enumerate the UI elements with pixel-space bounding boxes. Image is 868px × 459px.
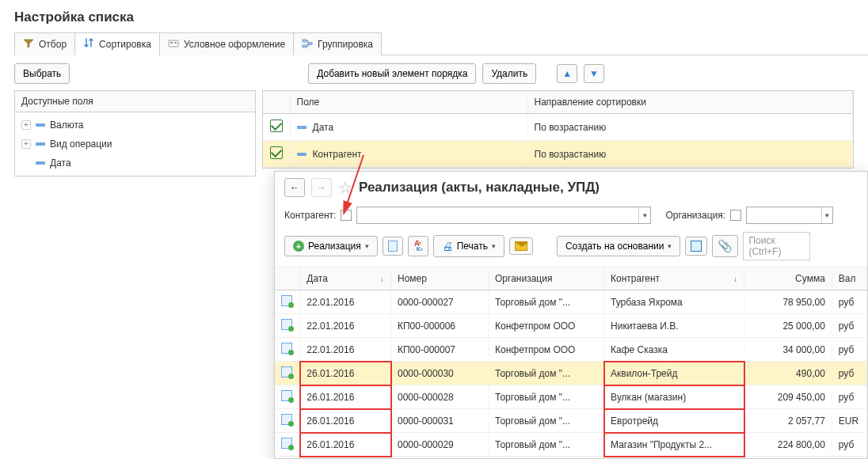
funnel-icon [23, 38, 34, 51]
cell-sum: 78 950,00 [744, 290, 832, 314]
org-input[interactable] [747, 207, 821, 223]
table-row[interactable]: 22.01.2016КП00-000006Конфетпром ОООНикит… [275, 314, 867, 338]
cell-date: 26.01.2016 [300, 385, 391, 409]
cell-currency: руб [832, 385, 866, 409]
group-icon [302, 38, 313, 51]
col-header-currency[interactable]: Вал [832, 267, 866, 290]
button-label: Реализация [308, 241, 361, 252]
delete-button[interactable]: Удалить [482, 63, 536, 84]
tree-item-label: Дата [50, 157, 71, 169]
cell-sum: 25 000,00 [744, 314, 832, 338]
mail-button[interactable] [509, 237, 533, 255]
cell-org: Конфетпром ООО [489, 314, 604, 338]
arrow-left-icon: ← [290, 182, 299, 193]
tab-group[interactable]: Группировка [293, 32, 382, 55]
realization-window: ← → ☆ Реализация (акты, накладные, УПД) … [274, 171, 868, 459]
sort-row[interactable]: Дата По возрастанию [263, 114, 853, 141]
arrow-down-icon: ▼ [589, 68, 599, 79]
expand-toggle[interactable]: + [21, 139, 31, 149]
nav-back-button[interactable]: ← [284, 178, 305, 197]
cell-number [391, 457, 489, 460]
table-row[interactable]: 26.01.20160000-000028Торговый дом "...Ву… [275, 385, 867, 409]
attach-button[interactable]: 📎 [712, 235, 738, 257]
print-button[interactable]: 🖨 Печать ▾ [433, 235, 504, 257]
cell-org: Торговый дом "... [489, 385, 604, 409]
tree-item[interactable]: + Вид операции [15, 135, 255, 154]
document-icon [281, 319, 292, 330]
dt-kt-button[interactable]: ДтКт [408, 236, 428, 256]
cell-contractor: Евротрейд [604, 409, 744, 433]
cell-currency: руб [832, 362, 866, 385]
table-row[interactable]: 28.01.2016Торговый дом "...Аквилон-Трейд… [275, 457, 867, 460]
available-fields-tree: + Валюта + Вид операции Дата [15, 112, 255, 176]
tree-item[interactable]: Дата [15, 154, 255, 173]
tree-item-label: Вид операции [50, 138, 112, 150]
org-combo[interactable]: ▾ [746, 207, 833, 224]
document-icon [281, 366, 292, 377]
contractor-filter-checkbox[interactable] [341, 210, 352, 221]
search-input[interactable]: Поиск (Ctrl+F) [743, 232, 810, 260]
col-header-sum[interactable]: Сумма [744, 267, 832, 290]
table-row[interactable]: 26.01.20160000-000031Торговый дом "...Ев… [275, 409, 867, 433]
field-icon [297, 153, 306, 156]
org-filter-label: Организация: [665, 210, 725, 221]
tab-filter[interactable]: Отбор [14, 32, 75, 55]
svg-rect-5 [308, 42, 312, 44]
contractor-input[interactable] [357, 207, 638, 223]
checkmark-icon[interactable] [270, 146, 283, 159]
toolbar: Выбрать Добавить новый элемент порядка У… [0, 55, 868, 90]
checkmark-icon[interactable] [270, 119, 283, 132]
col-header-org[interactable]: Организация [489, 267, 604, 290]
sort-header-field[interactable]: Поле [290, 91, 527, 114]
move-down-button[interactable]: ▼ [584, 64, 604, 83]
tab-cond-format[interactable]: Условное оформление [159, 32, 294, 55]
filter-row: Контрагент: ▾ Организация: ▾ [275, 203, 867, 229]
dropdown-icon[interactable]: ▾ [638, 207, 650, 223]
table-row[interactable]: 26.01.20160000-000029Торговый дом "...Ма… [275, 433, 867, 457]
realization-button[interactable]: + Реализация ▾ [284, 236, 378, 256]
expand-toggle[interactable]: + [21, 120, 31, 130]
arrow-up-icon: ▲ [562, 68, 572, 79]
sort-field: Контрагент [313, 149, 362, 160]
select-button[interactable]: Выбрать [14, 63, 70, 84]
nav-forward-button[interactable]: → [311, 178, 332, 197]
cell-contractor: Аквилон-Трейд [604, 362, 744, 385]
col-header-number[interactable]: Номер [391, 267, 489, 290]
cell-date: 22.01.2016 [300, 290, 391, 314]
sort-desc-icon: ↓ [733, 275, 737, 283]
dropdown-icon[interactable]: ▾ [821, 207, 832, 223]
sort-row[interactable]: Контрагент По возрастанию [263, 141, 853, 168]
create-based-button[interactable]: Создать на основании ▾ [557, 236, 681, 256]
field-icon [36, 161, 45, 165]
cell-currency: руб [832, 314, 866, 338]
org-filter-checkbox[interactable] [730, 210, 741, 221]
arrow-right-icon: → [317, 182, 326, 193]
cell-currency: EUR [832, 409, 866, 433]
sort-header-direction[interactable]: Направление сортировки [527, 91, 853, 114]
button-label: Печать [457, 241, 488, 252]
cell-contractor: Магазин "Продукты 2... [604, 433, 744, 457]
add-order-element-button[interactable]: Добавить новый элемент порядка [308, 63, 476, 84]
cell-sum: 209 450,00 [744, 385, 832, 409]
cell-sum: 57 640,00 [744, 457, 832, 460]
palette-icon [168, 38, 179, 51]
col-header-date[interactable]: Дата↓ [300, 267, 391, 290]
available-fields-header: Доступные поля [15, 91, 255, 112]
contractor-combo[interactable]: ▾ [356, 207, 651, 224]
cell-sum: 2 057,77 [744, 409, 832, 433]
cell-org: Торговый дом "... [489, 409, 604, 433]
move-up-button[interactable]: ▲ [557, 64, 577, 83]
svg-rect-4 [303, 45, 306, 47]
link-button[interactable] [685, 237, 707, 256]
tab-sort[interactable]: Сортировка [74, 32, 160, 55]
table-row[interactable]: 22.01.2016КП00-000007Конфетпром ОООКафе … [275, 338, 867, 362]
favorite-star-icon[interactable]: ☆ [338, 178, 352, 197]
link-icon [691, 241, 702, 252]
tree-item[interactable]: + Валюта [15, 116, 255, 135]
table-row[interactable]: 26.01.20160000-000030Торговый дом "...Ак… [275, 362, 867, 385]
col-header-contractor[interactable]: Контрагент↓ [604, 267, 744, 290]
copy-button[interactable] [383, 237, 403, 256]
cell-currency: руб [832, 433, 866, 457]
cell-sum: 224 800,00 [744, 433, 832, 457]
table-row[interactable]: 22.01.20160000-000027Торговый дом "...Ту… [275, 290, 867, 314]
